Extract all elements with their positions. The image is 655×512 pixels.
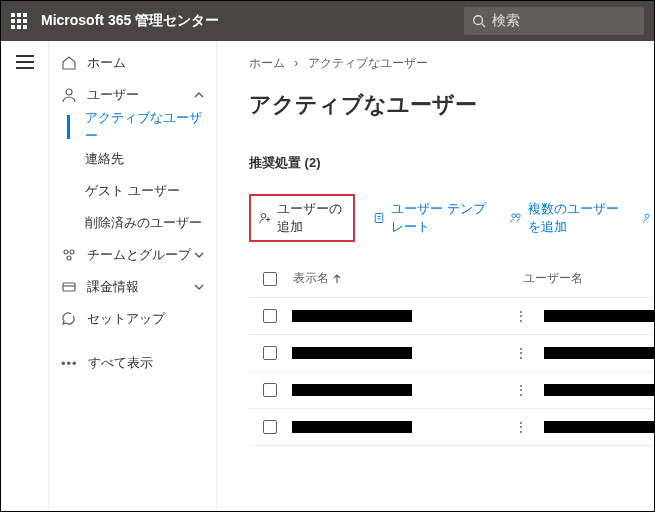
display-name-redacted — [292, 310, 412, 322]
sidebar-item-label: ゲスト ユーザー — [85, 182, 180, 200]
row-checkbox[interactable] — [263, 383, 277, 397]
svg-point-5 — [67, 256, 71, 260]
toolbar: ユーザーの追加 ユーザー テンプレート 複数のユーザーを追加 — [249, 194, 654, 242]
teams-icon — [61, 247, 77, 263]
chevron-up-icon — [194, 90, 204, 100]
setup-icon — [61, 311, 77, 327]
breadcrumb-current: アクティブなユーザー — [308, 56, 428, 70]
svg-point-15 — [516, 214, 520, 218]
table-header: 表示名 ユーザー名 — [249, 260, 654, 298]
row-checkbox[interactable] — [263, 420, 277, 434]
sidebar-item-label: ユーザー — [87, 86, 139, 104]
sidebar-item-guest-users[interactable]: ゲスト ユーザー — [49, 175, 216, 207]
sidebar-item-home[interactable]: ホーム — [49, 47, 216, 79]
hamburger-icon[interactable] — [16, 55, 34, 69]
row-checkbox[interactable] — [263, 309, 277, 323]
sidebar-item-label: すべて表示 — [88, 354, 153, 372]
table-row[interactable]: ⋮ — [249, 298, 654, 335]
sidebar-item-show-all[interactable]: ••• すべて表示 — [49, 347, 216, 379]
row-actions-icon[interactable]: ⋮ — [514, 382, 528, 398]
username-redacted — [544, 421, 654, 433]
display-name-redacted — [292, 421, 412, 433]
svg-rect-6 — [63, 283, 75, 291]
chevron-down-icon — [194, 250, 204, 260]
toolbar-label: 複数のユーザーを追加 — [528, 200, 626, 236]
sidebar-item-deleted-users[interactable]: 削除済みのユーザー — [49, 207, 216, 239]
sidebar-item-label: 削除済みのユーザー — [85, 214, 202, 232]
svg-point-0 — [474, 16, 483, 25]
sidebar-item-users[interactable]: ユーザー — [49, 79, 216, 111]
toolbar-label: ユーザー テンプレート — [391, 200, 491, 236]
svg-point-16 — [645, 214, 649, 218]
ellipsis-icon: ••• — [61, 356, 78, 371]
row-actions-icon[interactable]: ⋮ — [514, 308, 528, 324]
sort-asc-icon — [333, 274, 341, 284]
top-bar: Microsoft 365 管理センター 検索 — [1, 1, 654, 41]
add-user-button[interactable]: ユーザーの追加 — [249, 194, 355, 242]
sidebar-item-active-users[interactable]: アクティブなユーザー — [49, 111, 216, 143]
home-icon — [61, 55, 77, 71]
sidebar-item-label: チームとグループ — [87, 246, 191, 264]
search-placeholder: 検索 — [492, 12, 520, 30]
recommended-actions[interactable]: 推奨処置 (2) — [249, 154, 654, 172]
main-content: ホーム › アクティブなユーザー アクティブなユーザー 推奨処置 (2) ユーザ… — [217, 41, 654, 512]
page-title: アクティブなユーザー — [249, 90, 654, 120]
breadcrumb-home[interactable]: ホーム — [249, 56, 285, 70]
sidebar-item-label: 課金情報 — [87, 278, 139, 296]
table-row[interactable]: ⋮ — [249, 409, 654, 446]
svg-point-14 — [511, 214, 515, 218]
display-name-redacted — [292, 347, 412, 359]
sidebar-item-teams-groups[interactable]: チームとグループ — [49, 239, 216, 271]
nav-collapse-column — [1, 41, 49, 512]
sidebar-item-label: アクティブなユーザー — [85, 109, 204, 145]
add-user-icon — [259, 210, 271, 226]
svg-point-2 — [66, 89, 72, 95]
row-actions-icon[interactable]: ⋮ — [514, 419, 528, 435]
username-redacted — [544, 310, 654, 322]
user-icon — [61, 87, 77, 103]
more-icon[interactable] — [643, 211, 654, 225]
username-redacted — [544, 384, 654, 396]
chevron-down-icon — [194, 282, 204, 292]
app-launcher-icon[interactable] — [11, 13, 27, 29]
row-checkbox[interactable] — [263, 346, 277, 360]
billing-icon — [61, 279, 77, 295]
svg-line-1 — [482, 24, 486, 28]
user-templates-button[interactable]: ユーザー テンプレート — [373, 200, 492, 236]
svg-rect-11 — [375, 213, 383, 222]
sidebar-item-contacts[interactable]: 連絡先 — [49, 143, 216, 175]
sidebar-item-billing[interactable]: 課金情報 — [49, 271, 216, 303]
search-box[interactable]: 検索 — [464, 7, 644, 35]
svg-point-4 — [70, 250, 74, 254]
search-icon — [472, 14, 486, 28]
column-username[interactable]: ユーザー名 — [523, 270, 654, 287]
table-row[interactable]: ⋮ — [249, 372, 654, 409]
svg-point-8 — [261, 214, 265, 218]
sidebar-item-label: 連絡先 — [85, 150, 124, 168]
display-name-redacted — [292, 384, 412, 396]
row-actions-icon[interactable]: ⋮ — [514, 345, 528, 361]
table-row[interactable]: ⋮ — [249, 335, 654, 372]
sidebar-item-setup[interactable]: セットアップ — [49, 303, 216, 335]
username-redacted — [544, 347, 654, 359]
toolbar-label: ユーザーの追加 — [277, 200, 345, 236]
sidebar-item-label: セットアップ — [87, 310, 165, 328]
template-icon — [373, 210, 385, 226]
sidebar: ホーム ユーザー アクティブなユーザー 連絡先 ゲスト ユーザー 削除済みのユー… — [49, 41, 217, 512]
breadcrumb-separator: › — [294, 56, 298, 70]
svg-point-3 — [64, 250, 68, 254]
select-all-checkbox[interactable] — [263, 272, 277, 286]
column-display-name[interactable]: 表示名 — [293, 270, 523, 287]
sidebar-item-label: ホーム — [87, 54, 126, 72]
breadcrumb: ホーム › アクティブなユーザー — [249, 55, 654, 72]
multiple-users-icon — [510, 210, 522, 226]
add-multiple-users-button[interactable]: 複数のユーザーを追加 — [510, 200, 626, 236]
app-title: Microsoft 365 管理センター — [41, 12, 464, 30]
